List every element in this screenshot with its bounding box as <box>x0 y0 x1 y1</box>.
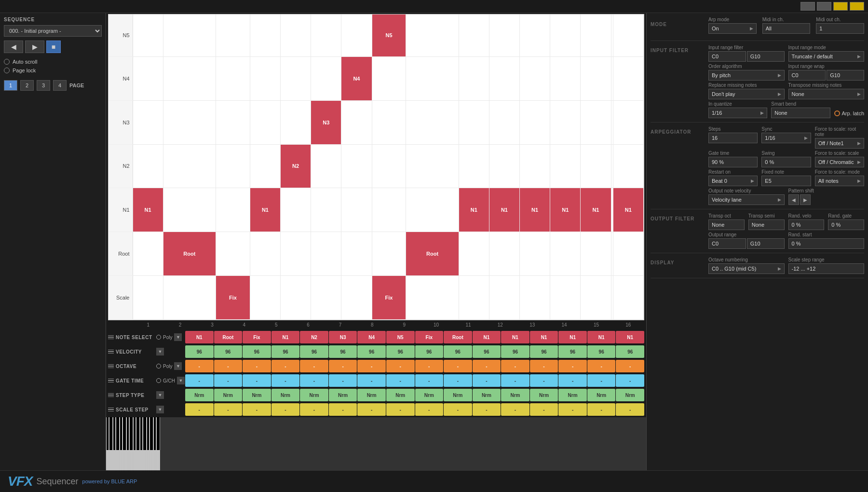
grid-cell[interactable] <box>550 276 581 320</box>
input-range-mode-value[interactable]: Truncate / default▶ <box>788 51 865 62</box>
grid-cell[interactable] <box>163 144 216 188</box>
order-algo-value[interactable]: By pitch▶ <box>708 70 785 81</box>
list-item[interactable]: - <box>386 374 415 387</box>
list-item[interactable]: - <box>501 403 529 416</box>
transport-btn-2[interactable] <box>817 2 831 11</box>
grid-cell[interactable] <box>250 56 280 100</box>
list-item[interactable]: N2 <box>300 331 328 343</box>
note-select-dropdown[interactable]: ▼ <box>174 333 182 341</box>
output-vel-value[interactable]: Velocity lane▶ <box>708 194 785 205</box>
grid-cell[interactable] <box>372 56 406 100</box>
list-item[interactable]: - <box>243 403 271 416</box>
list-item[interactable]: - <box>357 403 386 416</box>
grid-cell[interactable] <box>459 56 489 100</box>
list-item[interactable]: Fix <box>243 331 271 343</box>
list-item[interactable]: - <box>444 403 472 416</box>
list-item[interactable]: 96 <box>415 345 444 358</box>
replace-missing-value[interactable]: Don't play▶ <box>708 89 785 99</box>
program-select[interactable]: 000. - Initial program - <box>4 25 102 37</box>
grid-cell[interactable]: Fix <box>372 276 406 320</box>
smart-bend-value[interactable]: None <box>771 108 830 118</box>
grid-cell[interactable] <box>281 188 311 232</box>
grid-cell[interactable] <box>520 144 550 188</box>
step-type-ham[interactable] <box>108 393 114 397</box>
list-item[interactable]: - <box>587 360 616 372</box>
grid-cell[interactable] <box>550 100 581 144</box>
list-item[interactable]: N5 <box>386 331 415 343</box>
grid-cell[interactable] <box>406 276 459 320</box>
list-item[interactable]: - <box>185 374 214 387</box>
list-item[interactable]: - <box>558 403 587 416</box>
list-item[interactable]: - <box>300 374 328 387</box>
gate-time-dropdown[interactable]: ▼ <box>177 377 185 384</box>
grid-cell[interactable] <box>250 144 280 188</box>
auto-scroll-check[interactable] <box>4 59 10 65</box>
grid-cell[interactable] <box>133 144 163 188</box>
output-range-lo[interactable]: C0 <box>708 238 746 249</box>
grid-cell[interactable] <box>281 276 311 320</box>
in-quantize-value[interactable]: 1/16▶ <box>708 108 767 118</box>
list-item[interactable]: - <box>271 403 300 416</box>
grid-cell[interactable] <box>341 232 372 276</box>
scale-step-dropdown[interactable]: ▼ <box>156 406 164 413</box>
grid-cell[interactable] <box>372 100 406 144</box>
nav-next[interactable]: ▶ <box>25 41 44 53</box>
pattern-shift-left[interactable]: ◀ <box>788 194 799 205</box>
scale-step-range-value[interactable]: -12 ... +12 <box>788 263 865 274</box>
grid-cell[interactable] <box>459 144 489 188</box>
list-item[interactable]: 96 <box>616 345 644 358</box>
list-item[interactable]: - <box>501 360 529 372</box>
grid-cell[interactable] <box>311 276 341 320</box>
list-item[interactable]: - <box>271 374 300 387</box>
grid-cell[interactable] <box>613 276 643 320</box>
page-btn-4[interactable]: 4 <box>53 80 67 91</box>
list-item[interactable]: - <box>616 374 644 387</box>
grid-cell[interactable] <box>250 276 280 320</box>
list-item[interactable]: 96 <box>329 345 357 358</box>
list-item[interactable]: Nrm <box>243 389 271 401</box>
grid-cell[interactable] <box>216 232 250 276</box>
grid-cell[interactable] <box>581 232 611 276</box>
list-item[interactable]: 96 <box>587 345 616 358</box>
list-item[interactable]: Nrm <box>444 389 472 401</box>
velocity-dropdown[interactable]: ▼ <box>156 348 164 355</box>
page-btn-3[interactable]: 3 <box>37 80 50 91</box>
octave-poly-check[interactable] <box>156 364 161 369</box>
list-item[interactable]: N1 <box>530 331 558 343</box>
piano-black-key[interactable] <box>141 417 142 450</box>
midi-in-ch-value[interactable]: All <box>762 23 811 34</box>
list-item[interactable]: - <box>558 374 587 387</box>
grid-cell[interactable] <box>250 100 280 144</box>
piano-black-key[interactable] <box>155 417 156 450</box>
piano-black-key[interactable] <box>148 417 149 450</box>
list-item[interactable]: - <box>444 360 472 372</box>
list-item[interactable]: N1 <box>185 331 214 343</box>
list-item[interactable]: - <box>415 403 444 416</box>
list-item[interactable]: - <box>444 374 472 387</box>
grid-cell[interactable] <box>459 100 489 144</box>
list-item[interactable]: Nrm <box>587 389 616 401</box>
force-root-value[interactable]: Off / Note1▶ <box>815 138 864 149</box>
grid-cell[interactable] <box>133 56 163 100</box>
rand-velo-value[interactable]: 0 % <box>788 219 825 230</box>
page-btn-2[interactable]: 2 <box>20 80 34 91</box>
piano-black-key[interactable] <box>152 417 153 450</box>
grid-cell[interactable] <box>372 144 406 188</box>
piano-black-key[interactable] <box>132 417 133 450</box>
grid-cell[interactable] <box>550 144 581 188</box>
page-btn-1[interactable]: 1 <box>4 80 17 91</box>
step-type-dropdown[interactable]: ▼ <box>156 391 164 399</box>
grid-cell[interactable]: N1 <box>613 188 643 232</box>
list-item[interactable]: N3 <box>329 331 357 343</box>
grid-cell[interactable] <box>163 14 216 56</box>
grid-cell[interactable] <box>489 56 519 100</box>
input-range-hi[interactable]: G10 <box>747 51 785 62</box>
grid-cell[interactable] <box>520 232 550 276</box>
list-item[interactable]: - <box>616 360 644 372</box>
list-item[interactable]: 96 <box>300 345 328 358</box>
grid-cell[interactable]: N2 <box>281 144 311 188</box>
list-item[interactable]: - <box>214 374 243 387</box>
piano-black-key[interactable] <box>108 417 108 450</box>
grid-cell[interactable] <box>163 276 216 320</box>
swing-value[interactable]: 0 % <box>761 157 811 167</box>
